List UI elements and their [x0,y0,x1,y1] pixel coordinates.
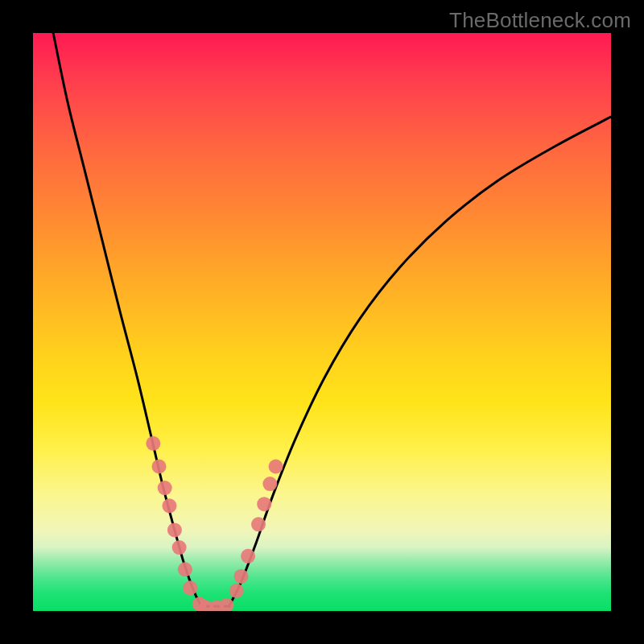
marker-markers-bottom [220,598,234,611]
marker-markers-right [241,549,255,564]
points-layer [33,33,611,611]
marker-markers-left [146,436,160,451]
plot-area [33,33,611,611]
marker-markers-left [178,562,192,576]
marker-markers-right [251,517,266,531]
marker-markers-left [183,580,197,595]
marker-markers-right [233,569,248,584]
marker-markers-right [257,497,271,511]
marker-markers-left [162,498,176,513]
marker-markers-right [262,477,277,491]
marker-markers-right [229,584,244,598]
watermark-text: TheBottleneck.com [449,8,631,33]
marker-markers-left [152,460,167,474]
marker-markers-left [172,540,187,555]
marker-markers-right [269,460,283,474]
marker-markers-left [167,522,182,537]
marker-markers-left [158,481,172,495]
chart-stage: TheBottleneck.com [0,0,644,644]
